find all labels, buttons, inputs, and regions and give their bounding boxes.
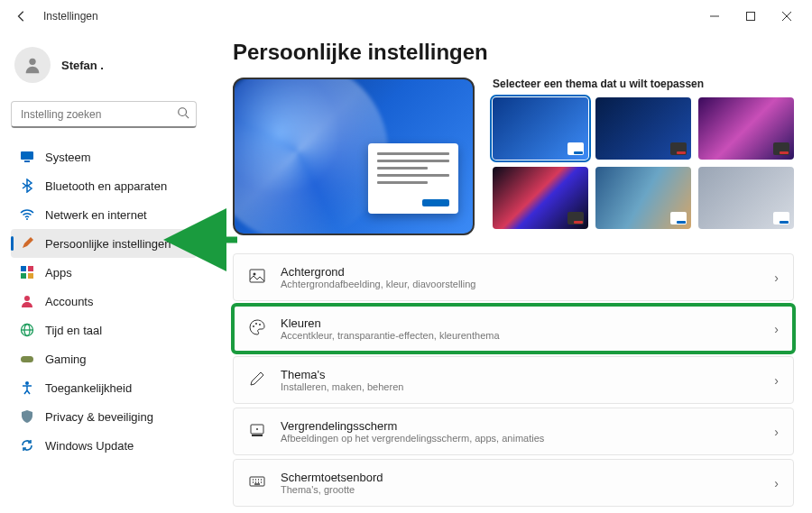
update-icon [20,438,34,453]
settings-list: AchtergrondAchtergrondafbeelding, kleur,… [233,253,794,507]
setting-title: Vergrendelingsscherm [281,419,760,433]
palette-icon [248,319,266,339]
window-title: Instellingen [43,10,697,23]
chevron-right-icon: › [774,425,779,439]
sidebar-item-6[interactable]: Tijd en taal [11,316,197,344]
theme-grid [493,97,794,229]
chevron-right-icon: › [774,373,779,388]
setting-title: Thema's [281,368,760,381]
sidebar-item-3[interactable]: Persoonlijke instellingen [11,229,197,258]
sidebar-item-label: Tijd en taal [45,324,102,337]
svg-point-1 [29,59,35,65]
theme-tile-2[interactable] [595,97,691,160]
sidebar-item-1[interactable]: Bluetooth en apparaten [11,171,197,200]
sidebar-item-0[interactable]: Systeem [11,142,197,171]
setting-title: Kleuren [281,316,760,330]
svg-point-22 [256,428,258,430]
theme-tile-3[interactable] [698,97,794,160]
avatar-icon [14,47,51,83]
maximize-button[interactable] [733,2,769,31]
svg-rect-15 [250,270,264,282]
setting-item-1[interactable]: KleurenAccentkleur, transparantie-effect… [233,305,794,353]
theme-tile-1[interactable] [493,97,588,160]
sidebar-item-label: Persoonlijke instellingen [45,237,171,251]
search-input[interactable] [11,101,197,128]
wifi-icon [20,207,34,222]
setting-subtitle: Thema's, grootte [281,484,760,495]
svg-rect-21 [252,435,263,436]
svg-point-17 [253,325,254,327]
chevron-right-icon: › [774,322,779,336]
svg-point-19 [259,324,261,325]
setting-item-2[interactable]: Thema'sInstalleren, maken, beheren› [233,356,794,404]
theme-tile-4[interactable] [493,167,588,229]
setting-item-4[interactable]: SchermtoetsenbordThema's, grootte› [233,459,794,507]
main-content: Persoonlijke instellingen Selecteer een … [208,32,812,513]
sidebar-item-label: Privacy & beveiliging [45,410,153,424]
sidebar-item-8[interactable]: Toegankelijkheid [11,373,197,402]
svg-point-18 [255,323,257,325]
sidebar: Stefan . SysteemBluetooth en apparatenNe… [0,32,208,513]
nav-list: SysteemBluetooth en apparatenNetwerk en … [11,142,197,460]
svg-rect-4 [24,160,30,162]
sidebar-item-label: Systeem [45,151,91,164]
svg-rect-13 [21,356,33,362]
svg-rect-8 [21,273,26,279]
sidebar-item-4[interactable]: Apps [11,258,197,287]
sidebar-item-2[interactable]: Netwerk en internet [11,200,197,229]
gamepad-icon [20,352,34,366]
desktop-preview [233,78,475,235]
back-button[interactable] [7,2,36,31]
sidebar-item-label: Windows Update [45,439,134,453]
close-button[interactable] [769,2,805,31]
setting-subtitle: Achtergrondafbeelding, kleur, diavoorste… [281,279,760,289]
svg-point-16 [254,272,256,275]
sidebar-item-10[interactable]: Windows Update [11,431,197,460]
person-icon [20,294,34,308]
svg-rect-7 [28,266,33,271]
keyboard-icon [248,473,266,493]
svg-rect-9 [28,273,33,279]
chevron-right-icon: › [774,476,779,490]
svg-rect-0 [747,13,755,21]
chevron-right-icon: › [774,270,779,285]
search-icon [177,106,189,123]
setting-item-0[interactable]: AchtergrondAchtergrondafbeelding, kleur,… [233,253,794,301]
svg-rect-3 [21,151,33,160]
globe-icon [20,323,34,337]
svg-point-10 [24,296,30,301]
svg-rect-6 [21,266,26,271]
sidebar-item-label: Netwerk en internet [45,208,147,222]
brush-icon [20,236,34,251]
pencil-icon [248,371,266,390]
minimize-button[interactable] [697,2,733,31]
sidebar-item-9[interactable]: Privacy & beveiliging [11,402,197,431]
theme-tile-5[interactable] [595,167,691,229]
theme-tile-6[interactable] [698,167,794,229]
sidebar-item-label: Accounts [45,295,93,308]
sidebar-item-7[interactable]: Gaming [11,344,197,373]
themes-heading: Selecteer een thema dat u wilt toepassen [493,78,794,90]
accessibility-icon [20,380,34,395]
monitor-icon [20,150,34,164]
shield-icon [20,409,34,424]
setting-title: Achtergrond [281,265,760,279]
svg-point-5 [26,218,28,220]
sidebar-item-label: Apps [45,266,72,279]
setting-item-3[interactable]: VergrendelingsschermAfbeeldingen op het … [233,408,794,455]
svg-point-2 [179,108,187,116]
setting-subtitle: Installeren, maken, beheren [281,381,760,392]
bluetooth-icon [20,179,34,193]
setting-subtitle: Accentkleur, transparantie-effecten, kle… [281,330,760,341]
page-title: Persoonlijke instellingen [233,40,794,65]
image-icon [248,268,266,288]
setting-title: Schermtoetsenbord [281,471,760,484]
sidebar-item-label: Gaming [45,353,87,366]
apps-icon [20,265,34,279]
sidebar-item-label: Bluetooth en apparaten [45,179,167,193]
setting-subtitle: Afbeeldingen op het vergrendelingsscherm… [281,433,760,444]
sidebar-item-label: Toegankelijkheid [45,381,132,395]
sidebar-item-5[interactable]: Accounts [11,287,197,316]
svg-point-14 [25,381,29,385]
account-header[interactable]: Stefan . [11,40,197,90]
